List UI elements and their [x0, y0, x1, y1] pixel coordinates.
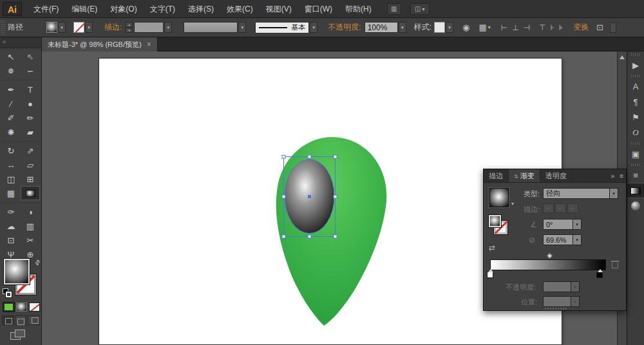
paintbrush-tool[interactable]: ✐	[1, 111, 21, 125]
dock-transparency-icon[interactable]	[627, 198, 644, 214]
gradient-midpoint-slider[interactable]	[547, 253, 553, 259]
column-graph-tool[interactable]: ▥	[21, 219, 40, 233]
dock-paragraph-icon[interactable]: ¶	[627, 94, 644, 109]
symbol-sprayer-tool[interactable]: ☁	[1, 219, 21, 233]
eyedropper-tool[interactable]: ✑	[1, 205, 21, 219]
bounding-box-icon[interactable]: ⊡	[596, 23, 603, 32]
default-fill-stroke-icon[interactable]	[3, 288, 12, 297]
width-profile-dropdown-icon[interactable]: ▾	[238, 22, 246, 33]
tab-transparency[interactable]: 透明度	[540, 169, 573, 182]
dock-gradient-icon[interactable]	[627, 183, 644, 198]
gradient-stop-white[interactable]	[487, 272, 493, 278]
align-center-icon[interactable]: ⊥	[512, 23, 518, 32]
panel-fill-stroke-proxy[interactable]	[489, 215, 511, 237]
stroke-weight-label[interactable]: 描边:	[104, 22, 122, 33]
collapse-panel-icon[interactable]: »	[609, 169, 618, 182]
pen-tool[interactable]: ✒	[1, 82, 21, 97]
artboard-tool[interactable]: ⊡	[1, 233, 21, 247]
menu-object[interactable]: 对象(O)	[104, 0, 143, 18]
menu-edit[interactable]: 编辑(E)	[65, 0, 104, 18]
aspect-dropdown-icon[interactable]: ▾	[573, 234, 582, 245]
stroke-gradient-along-icon[interactable]: ⌐	[555, 203, 566, 213]
menu-view[interactable]: 视图(V)	[260, 0, 298, 18]
stop-opacity-field[interactable]	[543, 281, 571, 292]
menu-effect[interactable]: 效果(C)	[220, 0, 260, 18]
selection-tool[interactable]: ↖	[1, 50, 21, 64]
menu-select[interactable]: 选择(S)	[182, 0, 220, 18]
style-swatch[interactable]	[434, 22, 445, 33]
color-button[interactable]	[3, 303, 14, 312]
bridge-icon[interactable]: ▥	[387, 3, 401, 15]
dock-stroke-icon[interactable]: ≡	[627, 167, 644, 183]
free-transform-tool[interactable]: ▱	[21, 158, 40, 172]
fill-color-well[interactable]	[4, 259, 30, 284]
stop-opacity-dropdown-icon[interactable]: ▾	[571, 281, 580, 292]
pear-shape[interactable]	[276, 137, 387, 326]
dock-play-icon[interactable]: ▶	[627, 57, 644, 73]
align-left-icon[interactable]: ⊢	[501, 23, 507, 32]
stroke-weight-dropdown-icon[interactable]: ▾	[164, 22, 172, 33]
delete-stop-icon[interactable]	[612, 263, 618, 268]
panel-menu-icon[interactable]: ≡	[617, 169, 626, 182]
stroke-swatch[interactable]	[73, 22, 84, 33]
direct-selection-tool[interactable]: ⇖	[21, 50, 40, 64]
opacity-label[interactable]: 不透明度:	[328, 22, 361, 33]
dock-character-icon[interactable]: A	[627, 79, 644, 94]
ellipse-tool[interactable]: ●	[21, 97, 40, 111]
stepper-up-icon[interactable]: ▴	[126, 22, 133, 28]
panel-fill-well[interactable]	[489, 215, 501, 227]
gradient-tool[interactable]	[21, 186, 40, 200]
document-tab[interactable]: 未标题-3* @ 98% (RGB/预览) ×	[42, 37, 158, 51]
draw-inside-button[interactable]	[28, 315, 39, 325]
gradient-stop-black[interactable]	[596, 272, 603, 278]
blend-tool[interactable]: ◑	[21, 205, 40, 219]
reverse-gradient-icon[interactable]: ⇄	[489, 243, 495, 252]
gradient-preset-dropdown-icon[interactable]: ▾	[511, 201, 514, 207]
scroll-up-icon[interactable]	[620, 55, 625, 59]
dock-flag-icon[interactable]: ⚑	[627, 109, 644, 125]
stop-location-field[interactable]	[543, 296, 571, 307]
menu-help[interactable]: 帮助(H)	[339, 0, 378, 18]
width-profile-field[interactable]	[184, 22, 238, 33]
transform-label[interactable]: 变换	[573, 22, 589, 33]
perspective-grid-tool[interactable]: ⊞	[21, 172, 40, 186]
fill-swatch[interactable]	[46, 22, 57, 33]
clipped-icon[interactable]	[610, 23, 616, 33]
recolor-artwork-icon[interactable]: ◉	[462, 23, 469, 32]
align-bottom-icon[interactable]: ⊧	[559, 23, 563, 32]
pencil-tool[interactable]: ✏	[21, 111, 40, 125]
dock-appearance-icon[interactable]: ▣	[627, 146, 644, 162]
menu-window[interactable]: 窗口(W)	[298, 0, 339, 18]
fill-dropdown-icon[interactable]: ▾	[58, 22, 66, 33]
type-tool[interactable]: T	[21, 82, 40, 97]
line-segment-tool[interactable]: ∕	[1, 97, 21, 111]
screen-mode-button[interactable]	[10, 330, 27, 341]
stroke-dropdown-icon[interactable]: ▾	[85, 22, 93, 33]
panel-resize-gripper[interactable]	[545, 308, 567, 310]
stepper-down-icon[interactable]: ▾	[126, 28, 133, 33]
tab-gradient[interactable]: ⇅渐变	[509, 169, 540, 182]
width-tool[interactable]: ↔	[1, 158, 21, 172]
align-right-icon[interactable]: ⊣	[524, 23, 530, 32]
stroke-gradient-across-icon[interactable]: ⌐	[567, 203, 578, 213]
stroke-weight-field[interactable]	[134, 22, 164, 33]
rotate-tool[interactable]: ↻	[1, 144, 21, 158]
workspace-icon[interactable]: ◫▾	[410, 3, 430, 15]
tools-panel-header[interactable]: «	[0, 37, 41, 48]
slice-tool[interactable]: ✂	[21, 233, 40, 247]
menu-file[interactable]: 文件(F)	[27, 0, 65, 18]
dock-opentype-icon[interactable]: O	[627, 125, 644, 140]
close-icon[interactable]: ×	[147, 37, 151, 51]
brush-definition-dropdown-icon[interactable]: ▾	[310, 22, 317, 33]
none-button[interactable]	[29, 303, 40, 312]
opacity-dropdown-icon[interactable]: ▾	[399, 22, 406, 33]
eraser-tool[interactable]: ▰	[21, 125, 40, 139]
angle-dropdown-icon[interactable]: ▾	[573, 219, 582, 230]
gradient-button[interactable]	[16, 303, 27, 312]
align-middle-icon[interactable]: ⊦	[551, 23, 554, 32]
align-top-icon[interactable]: ⊤	[539, 23, 545, 32]
scale-tool[interactable]: ⇗	[21, 144, 40, 158]
stroke-gradient-within-icon[interactable]: ⌐	[543, 203, 554, 213]
mesh-tool[interactable]: ▦	[1, 186, 21, 200]
shape-builder-tool[interactable]: ◫	[1, 172, 21, 186]
